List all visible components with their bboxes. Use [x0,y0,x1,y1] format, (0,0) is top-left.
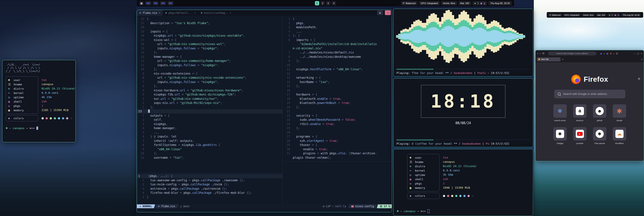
extension-icon[interactable]: ◗ [604,52,605,55]
chatgpt-icon: ✱ [556,130,564,138]
code-line: 3 astronvim = pkgs.callPackage ./astronv… [137,187,282,191]
close-window-button[interactable]: × [385,10,391,15]
code-line: 5}: { [283,34,392,38]
hamburger-menu-icon[interactable]: ☰ [616,52,618,55]
code-line: 3 modulesPath, [283,25,392,30]
media-tray-icon[interactable]: ◉ [614,13,616,17]
launcher-icon[interactable]: ▦ [139,1,144,6]
awesome-wm-icon[interactable]: $W [145,1,151,6]
shortcut-cloudflare[interactable]: ☁cloudflare [613,127,626,144]
search-input[interactable]: Search with Google or enter address [554,90,625,98]
buffer-tabline: ❄flake.nix×❄pkgs/default...×❄hosts/isoIm… [137,10,392,16]
visualizer-bar [452,15,454,58]
code-line: 23 [137,109,282,114]
firefox-toolbar: ‹ › ⟳ Search with Google or enter addres… [536,50,644,57]
media-tray-icon[interactable]: ◉ [480,1,482,5]
shortcut-label: youtube [576,142,584,144]
tray-plant-icon[interactable]: ♣ [609,13,610,17]
clock-main[interactable]: Thu Aug 08, 18:18 [488,1,512,6]
new-tab-button[interactable]: + [562,58,564,61]
awesome-wm-icon[interactable]: $W [160,1,166,6]
code-line: "${modulesPath}/installer/cd-dvd/install… [283,42,392,46]
pkgs-icon: ✿ [8,104,12,108]
code-line: 13 home-manager = { [137,55,282,59]
workspace-button-1[interactable]: 1 [315,1,319,6]
fetch-row: ☻user [410,155,437,160]
awesome-wm-icon[interactable]: $W [152,1,159,6]
minimize-icon[interactable]: – [634,52,636,55]
editor-pane-flake[interactable]: 22{21 description = "tux's NixOS Flake";… [137,16,282,174]
code-line: 29 thunar = { [283,143,392,147]
clock-right[interactable]: Thu Aug 08, 18:39 [621,13,641,17]
status-bar-right: P: Balanced GPU: Integrated Home: 6ms Ba… [547,12,643,18]
firefox-window[interactable]: ‹ › ⟳ Search with Google or enter addres… [535,50,644,161]
close-icon[interactable]: × [159,12,160,14]
workspace-button-2[interactable]: 2 [320,1,325,6]
workspace-button-3[interactable]: 3 [326,1,330,6]
tray-plant-icon[interactable]: ♣ [474,1,476,5]
palette-dot [447,195,449,197]
hname-icon: ☰ [410,160,413,164]
close-icon[interactable]: × [230,12,231,14]
visualizer-bar [480,15,482,58]
toggle-button[interactable]: ◐ [377,10,383,15]
visualizer-bar [446,11,448,62]
folder-icon [351,205,354,207]
code-line: 10 }; [137,67,282,72]
phone-icon[interactable]: ▯ [618,13,619,17]
shortcut-search-nixos[interactable]: ❄search.nixos [554,104,567,122]
neovim-window[interactable]: ❄flake.nix×❄pkgs/default...×❄hosts/isoIm… [137,10,392,212]
project-name: nixos-config [348,204,377,208]
kernel-icon: ⌨ [410,169,413,173]
fetch-row: ⌨kernel [410,168,437,173]
tab-pkgs-default-[interactable]: ❄pkgs/default...× [163,10,198,16]
shortcut-label: cloudflare [615,142,624,144]
power-profile-status: P: Balanced [548,13,562,17]
extension-icon[interactable]: ◆ [600,52,602,55]
workspace-button-4[interactable]: 4 [332,1,336,6]
gpu-status: GPU: Integrated [563,13,581,17]
shortcut-amazon[interactable]: a‿amazon [573,104,586,122]
tab-list-caret-icon[interactable]: ∨ [641,58,642,60]
gear-icon[interactable]: ⚙ [638,77,640,80]
shortcut-chat-openai[interactable]: ✱chat.openai [593,127,606,144]
shortcut-chatgpt[interactable]: ✱chatgpt [554,127,567,144]
maximize-icon[interactable]: ▢ [637,52,639,55]
code-line: 20 }; [283,105,392,110]
extension-icon[interactable]: ▣ [606,52,608,55]
shortcut-youtube[interactable]: ▶youtube [573,127,586,144]
git-branch-icon: Y [180,205,182,208]
shell-prompt[interactable]: ☻ → canopus ~ >>> [6,126,76,130]
shortcut-claude[interactable]: ✱claude [613,104,626,122]
forward-icon[interactable]: › [540,52,541,55]
nixos-ascii-logo: /\/O._ _/==\ \/==/ / /\ \ \/ /\ \ /\ \ \… [6,63,76,73]
palette-dot [58,117,60,119]
terminal-widget-fastfetch[interactable]: ☻user☰hname❄distro⌨kernel◷uptime▣shell✿p… [393,149,533,216]
close-icon[interactable]: × [194,12,196,14]
extension-icon[interactable]: ✱ [610,52,612,55]
tab-new-tab[interactable]: New Tab [537,57,560,61]
shell-prompt[interactable]: ☻ → canopus ~ >>> [397,209,533,213]
shortcut-github[interactable]: ☻github [593,104,606,122]
battery-status: Bat: 100 [596,13,606,17]
bluetooth-icon[interactable]: ᛒ [478,1,479,5]
gpu-status: GPU: Integrated [419,1,440,6]
editor-pane-iso[interactable]: 1{2 pkgs,3 modulesPath,4 ...5}: {6 impor… [283,16,392,162]
terminal-window-fastfetch[interactable]: /\/O._ _/==\ \/==/ / /\ \ \/ /\ \ /\ \ \… [2,60,76,142]
phone-icon[interactable]: ▯ [484,1,485,5]
tab-hosts-isoImag-[interactable]: ❄hosts/isoImag..× [198,10,234,16]
tab-flake-nix[interactable]: ❄flake.nix× [137,10,163,16]
bluetooth-icon[interactable]: ᛒ [612,13,613,17]
back-icon[interactable]: ‹ [537,52,538,55]
close-icon[interactable]: × [641,52,642,55]
home-icon[interactable]: ⌂ [613,52,614,55]
awesome-wm-icon[interactable]: $W [168,1,174,6]
editor-pane-pkgs[interactable]: 1{pkgs, ...}: {1 tux-awesome-wm-config =… [137,173,282,205]
code-line: 11 nixpkgs.hostPlatform = "x86_64-linux"… [283,67,392,72]
reload-icon[interactable]: ⟳ [542,52,544,55]
nix-file-icon: ❄ [158,205,160,208]
visualizer-bar [484,20,486,53]
amazon-icon: a‿ [576,107,584,115]
url-bar[interactable]: Search with Google or enter address [548,52,596,55]
window-separator[interactable] [283,161,392,161]
